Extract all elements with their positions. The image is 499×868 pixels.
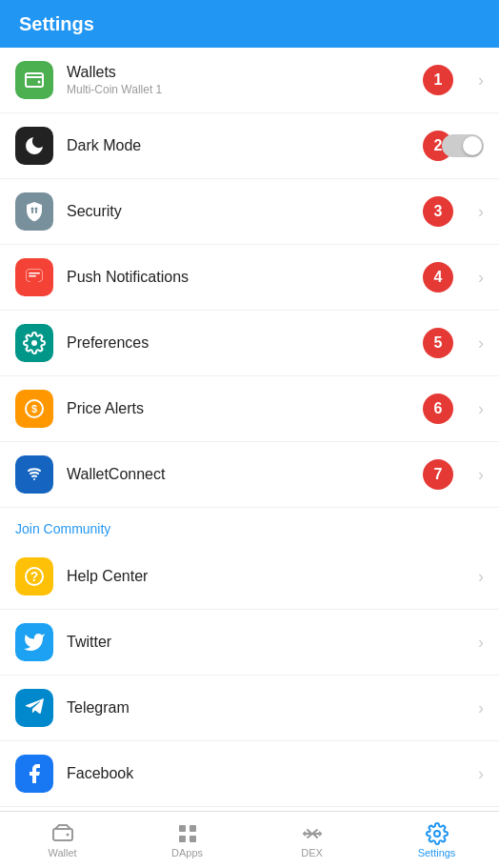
svg-point-5 (35, 208, 38, 211)
chevron-icon: › (478, 399, 484, 419)
dapps-nav-label: DApps (171, 847, 203, 858)
bottom-nav: Wallet DApps DEX Settings (0, 811, 499, 868)
security-text: Security (67, 203, 478, 220)
facebook-title: Facebook (67, 765, 478, 782)
settings-item-facebook[interactable]: Facebook › (0, 741, 499, 807)
settings-item-security[interactable]: Security 3 › (0, 179, 499, 245)
preferences-title: Preferences (67, 334, 478, 352)
settings-item-telegram[interactable]: Telegram › (0, 676, 499, 741)
telegram-text: Telegram (67, 699, 478, 717)
svg-point-10 (31, 340, 37, 346)
dark-mode-title: Dark Mode (67, 137, 442, 154)
twitter-icon (15, 623, 53, 661)
svg-rect-9 (29, 275, 36, 277)
badge-6: 6 (423, 394, 453, 424)
help-center-title: Help Center (67, 568, 478, 585)
chevron-icon: › (478, 633, 484, 653)
price-alerts-icon: $ (15, 390, 53, 428)
svg-point-1 (38, 81, 41, 84)
dark-mode-icon (15, 127, 53, 165)
svg-rect-0 (26, 73, 43, 87)
chevron-icon: › (478, 71, 484, 91)
badge-7: 7 (423, 459, 453, 490)
help-center-text: Help Center (67, 568, 478, 585)
settings-item-twitter[interactable]: Twitter › (0, 610, 499, 676)
wallets-icon (15, 61, 53, 99)
wallets-text: Wallets Multi-Coin Wallet 1 (67, 64, 478, 96)
svg-point-31 (434, 831, 440, 837)
price-alerts-text: Price Alerts (67, 400, 478, 417)
chevron-icon: › (478, 202, 484, 222)
settings-item-dark-mode[interactable]: Dark Mode 2 (0, 113, 499, 179)
settings-item-help-center[interactable]: ? Help Center › (0, 544, 499, 610)
preferences-text: Preferences (67, 334, 478, 352)
twitter-title: Twitter (67, 634, 478, 651)
nav-item-dapps[interactable]: DApps (125, 822, 250, 858)
svg-rect-28 (190, 825, 196, 832)
settings-item-push-notifications[interactable]: Push Notifications 4 › (0, 245, 499, 311)
settings-item-wallets[interactable]: Wallets Multi-Coin Wallet 1 1 › (0, 48, 499, 113)
svg-rect-27 (179, 825, 186, 832)
svg-rect-4 (35, 210, 37, 213)
settings-nav-label: Settings (418, 847, 456, 858)
nav-item-settings[interactable]: Settings (374, 822, 499, 858)
price-alerts-title: Price Alerts (67, 400, 478, 417)
svg-point-26 (66, 833, 69, 836)
svg-point-3 (31, 208, 34, 211)
badge-1: 1 (423, 65, 453, 95)
svg-rect-29 (179, 836, 186, 842)
dex-nav-icon (301, 822, 324, 845)
security-title: Security (67, 203, 478, 220)
push-notifications-text: Push Notifications (67, 269, 478, 286)
wallet-connect-icon (15, 455, 53, 494)
wallet-connect-text: WalletConnect (67, 466, 478, 483)
wallets-title: Wallets (67, 64, 478, 81)
settings-item-preferences[interactable]: Preferences 5 › (0, 311, 499, 376)
wallet-connect-title: WalletConnect (67, 466, 478, 483)
dark-mode-text: Dark Mode (67, 137, 442, 154)
badge-5: 5 (423, 328, 453, 358)
security-icon (15, 192, 53, 231)
chevron-icon: › (478, 698, 484, 718)
svg-text:$: $ (31, 403, 37, 414)
svg-rect-8 (29, 273, 40, 274)
dex-nav-label: DEX (301, 847, 323, 858)
community-section-header: Join Community (0, 508, 499, 544)
dapps-nav-icon (176, 822, 199, 845)
preferences-icon (15, 324, 53, 362)
wallets-subtitle: Multi-Coin Wallet 1 (67, 83, 478, 96)
toggle-knob (463, 136, 482, 155)
page-title: Settings (19, 13, 94, 35)
svg-text:?: ? (30, 569, 39, 584)
chevron-icon: › (478, 268, 484, 288)
header: Settings (0, 0, 499, 48)
settings-item-wallet-connect[interactable]: WalletConnect 7 › (0, 442, 499, 508)
chevron-icon: › (478, 764, 484, 784)
settings-nav-icon (426, 822, 449, 845)
settings-list: Wallets Multi-Coin Wallet 1 1 › Dark Mod… (0, 48, 499, 868)
svg-rect-2 (31, 210, 33, 213)
wallet-nav-label: Wallet (48, 847, 76, 858)
push-notifications-title: Push Notifications (67, 269, 478, 286)
nav-item-dex[interactable]: DEX (250, 822, 374, 858)
wallet-nav-icon (51, 822, 74, 845)
nav-item-wallet[interactable]: Wallet (0, 822, 125, 858)
settings-item-price-alerts[interactable]: $ Price Alerts 6 › (0, 376, 499, 442)
svg-rect-30 (190, 836, 196, 842)
svg-point-13 (33, 478, 35, 480)
facebook-icon (15, 755, 53, 793)
push-notifications-icon (15, 258, 53, 296)
dark-mode-toggle[interactable] (442, 134, 484, 157)
chevron-icon: › (478, 567, 484, 587)
badge-4: 4 (423, 262, 453, 293)
twitter-text: Twitter (67, 634, 478, 651)
telegram-icon (15, 689, 53, 727)
telegram-title: Telegram (67, 699, 478, 717)
facebook-text: Facebook (67, 765, 478, 782)
chevron-icon: › (478, 333, 484, 353)
help-center-icon: ? (15, 557, 53, 595)
chevron-icon: › (478, 465, 484, 485)
badge-3: 3 (423, 196, 453, 227)
